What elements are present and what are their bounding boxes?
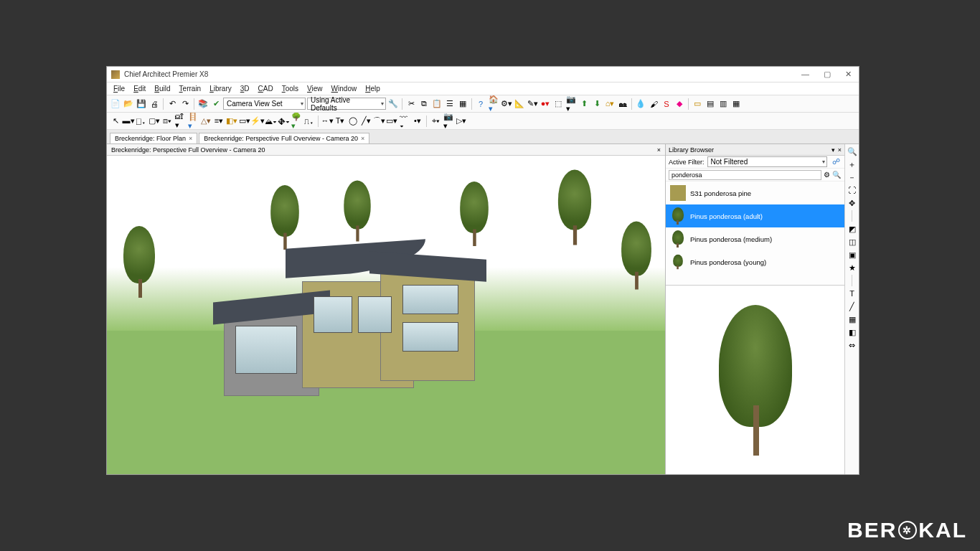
toggle-textures-icon[interactable]: ▦ (847, 314, 858, 325)
paste-icon[interactable]: 📋 (431, 98, 443, 110)
sprinkler-icon[interactable]: ⎍▾ (303, 116, 315, 127)
cube-icon[interactable]: ◧▾ (226, 116, 237, 127)
maximize-button[interactable]: ▢ (821, 70, 834, 79)
tool-icon[interactable]: 🏠▾ (488, 98, 499, 110)
eyedropper-icon[interactable]: 💧 (635, 98, 646, 110)
menu-build[interactable]: Build (151, 84, 174, 93)
line-tool-icon[interactable]: ╱ (847, 301, 858, 312)
tool-icon[interactable]: ⬚ (552, 98, 564, 110)
layers-icon[interactable]: ☰ (444, 98, 456, 110)
search-settings-icon[interactable]: ⚙ (821, 171, 831, 179)
save-icon[interactable]: 💾 (136, 98, 147, 110)
cabinet-icon[interactable]: ⧈▾ (161, 116, 173, 127)
tab-close-icon[interactable]: × (189, 135, 192, 142)
menu-tools[interactable]: Tools (278, 84, 302, 93)
delete-surface-icon[interactable]: ◆ (674, 98, 685, 110)
fixture-icon[interactable]: 🛋▾ (174, 116, 186, 127)
slab-icon[interactable]: ▭▾ (239, 116, 250, 127)
cad-line-icon[interactable]: ╱▾ (360, 116, 372, 127)
library-item[interactable]: S31 ponderosa pine (666, 182, 844, 204)
tab-close-icon[interactable]: × (361, 135, 364, 142)
layout-icon[interactable]: ▤ (705, 98, 716, 110)
panel-icon[interactable]: ▦ (730, 98, 742, 110)
cross-section-slider-icon[interactable]: ⇔ (847, 339, 858, 351)
search-icon[interactable]: 🔍 (831, 171, 842, 179)
camera-tool-icon[interactable]: 📷▾ (443, 116, 454, 127)
menu-window[interactable]: Window (328, 84, 361, 93)
terrain-icon[interactable]: ⛰▾ (265, 116, 276, 127)
new-icon[interactable]: 📄 (110, 98, 121, 110)
print-icon[interactable]: 🖨 (149, 98, 160, 110)
camera-view-combo[interactable]: Camera View Set (223, 98, 306, 110)
wall-icon[interactable]: ▬▾ (123, 116, 134, 127)
tool-icon[interactable]: ⌂▾ (604, 98, 616, 110)
pan-icon[interactable]: ✥ (847, 197, 858, 209)
tab-perspective[interactable]: Breckenridge: Perspective Full Overview … (199, 133, 369, 143)
menu-file[interactable]: File (110, 84, 128, 93)
record-icon[interactable]: ●▾ (540, 98, 551, 110)
3d-viewport[interactable] (107, 156, 665, 474)
pencil-icon[interactable]: ✎▾ (527, 98, 538, 110)
menu-3d[interactable]: 3D (237, 84, 253, 93)
walkthrough-icon[interactable]: ▷▾ (456, 116, 467, 127)
text-tool-icon[interactable]: T (847, 288, 858, 299)
close-button[interactable]: ✕ (842, 70, 854, 79)
electrical-icon[interactable]: ⚡▾ (252, 116, 263, 127)
grid-icon[interactable]: ▦ (457, 98, 468, 110)
road-icon[interactable]: ⛖▾ (278, 116, 289, 127)
library-browser-icon[interactable]: 📚 (197, 98, 209, 110)
arc-icon[interactable]: ⌒▾ (373, 116, 385, 127)
menu-help[interactable]: Help (362, 84, 384, 93)
menu-edit[interactable]: Edit (130, 84, 149, 93)
final-view-icon[interactable]: ★ (847, 262, 858, 273)
copy-icon[interactable]: ⧉ (418, 98, 430, 110)
standard-render-icon[interactable]: ◩ (847, 223, 858, 235)
tab-floor-plan[interactable]: Breckenridge: Floor Plan × (110, 133, 197, 143)
manage-filters-icon[interactable]: ☍ (830, 156, 842, 168)
cut-icon[interactable]: ✂ (405, 98, 417, 110)
library-results-list[interactable]: S31 ponderosa pine Pinus ponderosa (adul… (666, 182, 844, 286)
roof-icon[interactable]: △▾ (200, 116, 212, 127)
undo-icon[interactable]: ↶ (166, 98, 178, 110)
text-icon[interactable]: T▾ (334, 116, 346, 127)
camera-icon[interactable]: 📷▾ (565, 98, 577, 110)
panel-close-icon[interactable]: × (838, 146, 842, 154)
tool-icon[interactable]: 🏘 (617, 98, 628, 110)
menu-view[interactable]: View (303, 84, 326, 93)
library-item[interactable]: Pinus ponderosa (young) (666, 250, 844, 273)
help-icon[interactable]: ? (475, 98, 486, 110)
stair-icon[interactable]: 🪜▾ (187, 116, 199, 127)
tool-icon[interactable]: 📐 (514, 98, 525, 110)
plant-icon[interactable]: 🌳▾ (291, 116, 302, 127)
zoom-window-icon[interactable]: 🔍 (847, 146, 858, 157)
library-item-selected[interactable]: Pinus ponderosa (adult) (666, 204, 844, 227)
elevation-icon[interactable]: ▭ (692, 98, 703, 110)
panel-icon[interactable]: ▥ (717, 98, 729, 110)
menu-cad[interactable]: CAD (255, 84, 277, 93)
panel-menu-icon[interactable]: ▾ (831, 146, 835, 154)
wrench-icon[interactable]: 🔧 (387, 98, 399, 110)
minimize-button[interactable]: — (798, 70, 812, 79)
floor-down-icon[interactable]: ⬇ (591, 98, 603, 110)
fill-window-icon[interactable]: ⛶ (847, 184, 858, 196)
spline-icon[interactable]: 〰▾ (399, 116, 410, 127)
zoom-out-icon[interactable]: － (847, 171, 858, 183)
box-icon[interactable]: ▭▾ (386, 116, 397, 127)
open-icon[interactable]: 📂 (123, 98, 134, 110)
toggle-color-icon[interactable]: ◧ (847, 326, 858, 338)
zoom-in-icon[interactable]: ＋ (847, 159, 858, 170)
viewport-close-icon[interactable]: × (657, 146, 661, 154)
select-icon[interactable]: ↖ (110, 116, 121, 127)
point-icon[interactable]: •▾ (412, 116, 423, 127)
menu-library[interactable]: Library (206, 84, 235, 93)
window-icon[interactable]: ▢▾ (149, 116, 160, 127)
library-search-input[interactable] (669, 170, 821, 180)
framing-icon[interactable]: ≡▾ (213, 116, 225, 127)
filter-combo[interactable]: Not Filtered (707, 156, 827, 167)
dimension-icon[interactable]: ↔▾ (321, 116, 333, 127)
glass-house-icon[interactable]: ▣ (847, 249, 858, 260)
menu-terrain[interactable]: Terrain (176, 84, 205, 93)
cross-section-icon[interactable]: ⌖▾ (430, 116, 441, 127)
check-icon[interactable]: ✔ (210, 98, 222, 110)
library-item[interactable]: Pinus ponderosa (medium) (666, 227, 844, 250)
